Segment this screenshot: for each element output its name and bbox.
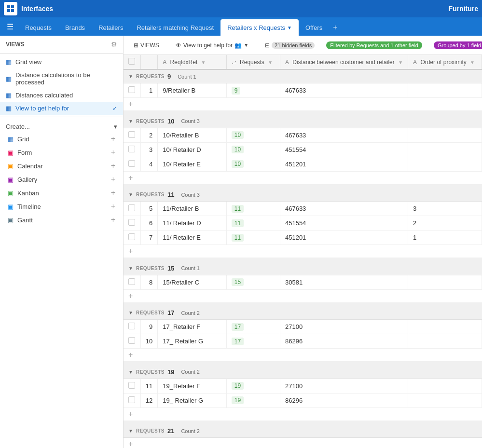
requests-cell[interactable]: 11 (226, 202, 280, 216)
row-checkbox-cell[interactable] (124, 142, 140, 157)
table-row[interactable]: 6 11/ Retailer D 11 451554 2 (124, 216, 482, 231)
proximity-cell[interactable] (408, 157, 482, 171)
hamburger-menu[interactable]: ☰ (2, 17, 18, 36)
row-checkbox[interactable] (128, 146, 135, 152)
sidebar-item-distances-calculated[interactable]: ▦ Distances calculated (0, 89, 123, 102)
add-form-icon[interactable]: + (111, 148, 115, 157)
th-checkbox[interactable] (124, 55, 140, 69)
add-record-button[interactable]: + (128, 100, 133, 108)
group-collapse-icon[interactable]: ▼ (128, 192, 133, 197)
proximity-cell[interactable] (408, 83, 482, 98)
distance-cell[interactable]: 451201 (280, 231, 408, 245)
req-id-cell[interactable]: 17_Retailer F (158, 320, 227, 334)
sidebar-item-distance-calc[interactable]: ▦ Distance calculations to be processed (0, 68, 123, 89)
row-checkbox[interactable] (128, 382, 135, 389)
proximity-cell[interactable] (408, 334, 482, 349)
group-collapse-icon[interactable]: ▼ (128, 74, 133, 79)
header-checkbox[interactable] (128, 58, 135, 65)
distance-cell[interactable]: 467633 (280, 202, 408, 216)
filter-button[interactable]: Filtered by Requests and 1 other field (322, 39, 427, 52)
create-grid[interactable]: ▦ Grid + (6, 132, 117, 146)
tab-retailers-matching[interactable]: Retailers matching Request (130, 19, 220, 36)
row-checkbox[interactable] (128, 131, 135, 138)
req-id-cell[interactable]: 11/ Retailer E (158, 231, 227, 245)
row-checkbox-cell[interactable] (124, 320, 140, 334)
table-row[interactable]: 9 17_Retailer F 17 27100 (124, 320, 482, 334)
proximity-cell[interactable] (408, 142, 482, 157)
distance-cell[interactable]: 451554 (280, 142, 408, 157)
requests-cell[interactable]: 11 (226, 216, 280, 231)
req-id-cell[interactable]: 15/Retailer C (158, 275, 227, 289)
row-checkbox[interactable] (128, 396, 135, 403)
proximity-cell[interactable]: 1 (408, 231, 482, 245)
distance-cell[interactable]: 86296 (280, 393, 408, 407)
req-id-cell[interactable]: 19_ Retailer G (158, 393, 227, 407)
view-for-button[interactable]: 👁 View to get help for 👥 ▼ (171, 40, 253, 51)
proximity-cell[interactable] (408, 393, 482, 407)
group-button[interactable]: Grouped by 1 field (429, 39, 482, 52)
table-row[interactable]: 4 10/ Retailer E 10 451201 (124, 157, 482, 171)
requests-cell[interactable]: 17 (226, 334, 280, 349)
req-id-cell[interactable]: 19_Retailer F (158, 379, 227, 393)
add-record-button[interactable]: + (128, 292, 133, 300)
add-record-button[interactable]: + (128, 440, 133, 448)
group-collapse-icon[interactable]: ▼ (128, 428, 133, 434)
req-id-cell[interactable]: 10/ Retailer E (158, 157, 227, 171)
row-checkbox[interactable] (128, 86, 135, 93)
requests-cell[interactable]: 9 (226, 83, 280, 98)
row-checkbox-cell[interactable] (124, 216, 140, 231)
proximity-cell[interactable] (408, 275, 482, 289)
req-id-cell[interactable]: 17_ Retailer G (158, 334, 227, 349)
add-tab-button[interactable]: + (329, 19, 341, 36)
row-checkbox[interactable] (128, 233, 135, 240)
group-collapse-icon[interactable]: ▼ (128, 310, 133, 315)
create-kanban[interactable]: ▣ Kanban + (6, 186, 117, 200)
tab-brands[interactable]: Brands (58, 19, 92, 36)
proximity-cell[interactable] (408, 379, 482, 393)
th-requests[interactable]: ⇌ Requests ▼ (226, 55, 280, 69)
distance-cell[interactable]: 27100 (280, 379, 408, 393)
group-collapse-icon[interactable]: ▼ (128, 266, 133, 271)
distance-cell[interactable]: 467633 (280, 83, 408, 98)
add-grid-icon[interactable]: + (111, 135, 115, 143)
th-proximity[interactable]: A Order of proximity ▼ (408, 55, 482, 69)
table-row[interactable]: 12 19_ Retailer G 19 86296 (124, 393, 482, 407)
table-row[interactable]: 10 17_ Retailer G 17 86296 (124, 334, 482, 349)
add-kanban-icon[interactable]: + (111, 189, 115, 197)
add-record-button[interactable]: + (128, 174, 133, 182)
row-checkbox-cell[interactable] (124, 393, 140, 407)
req-id-cell[interactable]: 9/Retailer B (158, 83, 227, 98)
distance-cell[interactable]: 451201 (280, 157, 408, 171)
requests-cell[interactable]: 10 (226, 128, 280, 142)
row-checkbox-cell[interactable] (124, 275, 140, 289)
proximity-cell[interactable]: 2 (408, 216, 482, 231)
table-row[interactable]: 7 11/ Retailer E 11 451201 1 (124, 231, 482, 245)
create-toggle[interactable]: Create... ▾ (6, 121, 117, 132)
proximity-cell[interactable]: 3 (408, 202, 482, 216)
row-checkbox-cell[interactable] (124, 83, 140, 98)
requests-cell[interactable]: 15 (226, 275, 280, 289)
distance-cell[interactable]: 467633 (280, 128, 408, 142)
sidebar-item-grid[interactable]: ▦ Grid view (0, 55, 123, 68)
add-gallery-icon[interactable]: + (111, 175, 115, 184)
tab-retailers-x-requests[interactable]: Retailers x Requests ▼ (220, 19, 299, 36)
sidebar-item-view-help[interactable]: ▦ View to get help for ✓ (0, 102, 123, 115)
add-record-button[interactable]: + (128, 410, 133, 418)
requests-cell[interactable]: 10 (226, 142, 280, 157)
requests-cell[interactable]: 19 (226, 393, 280, 407)
add-record-button[interactable]: + (128, 351, 133, 359)
table-row[interactable]: 1 9/Retailer B 9 467633 (124, 83, 482, 98)
add-calendar-icon[interactable]: + (111, 162, 115, 170)
create-gallery[interactable]: ▣ Gallery + (6, 173, 117, 186)
tab-offers[interactable]: Offers (299, 19, 329, 36)
hidden-fields-button[interactable]: ⊟ 21 hidden fields (261, 40, 319, 51)
row-checkbox-cell[interactable] (124, 202, 140, 216)
group-collapse-icon[interactable]: ▼ (128, 119, 133, 124)
requests-cell[interactable]: 11 (226, 231, 280, 245)
row-checkbox[interactable] (128, 204, 135, 211)
table-row[interactable]: 3 10/ Retailer D 10 451554 (124, 142, 482, 157)
views-button[interactable]: ⊞ VIEWS (129, 40, 164, 51)
row-checkbox[interactable] (128, 323, 135, 329)
requests-cell[interactable]: 17 (226, 320, 280, 334)
add-gantt-icon[interactable]: + (111, 216, 115, 224)
